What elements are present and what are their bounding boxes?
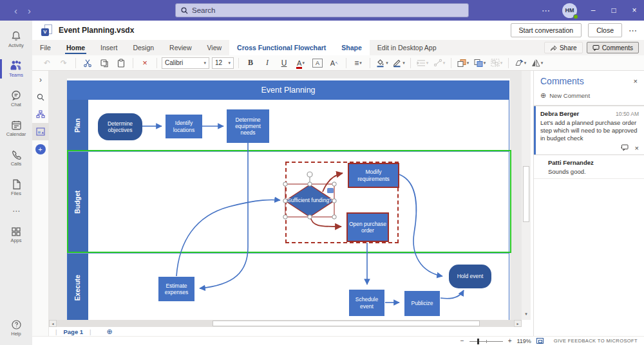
comments-close-icon[interactable]: ×	[634, 77, 638, 85]
rail-item-calendar[interactable]: Calendar	[0, 113, 32, 143]
paste-button[interactable]	[115, 57, 128, 70]
shape-estimate-expenses[interactable]: Estimate expenses	[158, 277, 194, 301]
undo-button[interactable]: ↶	[41, 57, 53, 70]
tab-design[interactable]: Design	[125, 40, 162, 55]
tab-shape[interactable]: Shape	[334, 40, 370, 55]
italic-button[interactable]: I	[261, 57, 274, 70]
auto-align-button[interactable]: ▾	[514, 57, 527, 70]
rail-item-activity[interactable]: Activity	[0, 24, 32, 54]
formatting-toolbar: ↶ ↷ × Calibri ▾ 12 ▾ B I U A ▾ A A↖	[32, 55, 644, 71]
zoom-slider-thumb[interactable]	[477, 339, 479, 344]
titlebar-more-icon[interactable]: ⋯	[542, 6, 551, 15]
tab-review[interactable]: Review	[162, 40, 199, 55]
share-button[interactable]: Share	[544, 42, 583, 53]
avatar[interactable]: HM	[562, 3, 577, 18]
diagram-parts-button[interactable]	[32, 106, 49, 123]
scroll-left-button[interactable]: ◂	[49, 320, 57, 327]
add-page-button[interactable]: ⊕	[107, 328, 113, 336]
flip-button[interactable]: ▾	[531, 57, 544, 70]
zoom-level[interactable]: 119%	[517, 338, 531, 344]
nav-back-icon[interactable]: ‹	[14, 5, 17, 16]
rail-item-files[interactable]: Files	[0, 172, 32, 202]
drawing-canvas[interactable]: Event Planning Plan Budget Execute	[49, 71, 522, 320]
vertical-scrollbar-thumb[interactable]	[523, 166, 529, 222]
fit-page-icon[interactable]	[536, 338, 544, 344]
rail-more-icon[interactable]: ⋯	[0, 202, 32, 220]
tab-home[interactable]: Home	[59, 40, 93, 55]
fill-color-button[interactable]: ▾	[375, 57, 388, 70]
comments-button[interactable]: Comments	[587, 42, 639, 53]
delete-comment-icon[interactable]: ×	[635, 144, 639, 152]
shape-determine-equipment-needs[interactable]: Determine equipment needs	[227, 109, 269, 143]
shape-identify-locations[interactable]: Identify locations	[166, 115, 202, 138]
shape-search-button[interactable]	[32, 88, 49, 106]
expand-panel-button[interactable]: ›	[32, 71, 49, 88]
align-button[interactable]: ≡▾	[352, 57, 365, 70]
comment-indicator-icon[interactable]	[327, 188, 334, 193]
zoom-in-button[interactable]: +	[508, 337, 512, 344]
rail-item-apps[interactable]: Apps	[0, 220, 32, 250]
flowchart-title[interactable]: Event Planning	[67, 80, 509, 100]
shape-publicize[interactable]: Publicize	[404, 291, 440, 316]
comment-card[interactable]: Debra Berger 10:50 AM Let's add a planne…	[534, 106, 644, 155]
shape-determine-objectives[interactable]: Determine objectives	[98, 113, 142, 140]
indent-button[interactable]: ▾	[416, 57, 429, 70]
scroll-right-button[interactable]: ▸	[514, 320, 522, 327]
send-backward-button[interactable]: ▾	[473, 57, 486, 70]
comment-card-reply[interactable]: Patti Fernandez Sounds good.	[534, 155, 644, 179]
maximize-button[interactable]: □	[609, 6, 618, 15]
cut-button[interactable]	[81, 57, 94, 70]
shape-modify-requirements[interactable]: Modify requirements	[348, 163, 399, 188]
scroll-down-button[interactable]: ▾	[522, 310, 531, 319]
start-conversation-button[interactable]: Start conversation	[511, 23, 582, 37]
shape-open-purchase-order[interactable]: Open purchase order	[346, 212, 389, 242]
send-backward-icon	[474, 59, 483, 67]
feedback-link[interactable]: GIVE FEEDBACK TO MICROSOFT	[554, 338, 638, 344]
comment-author: Debra Berger	[540, 110, 579, 117]
font-name-select[interactable]: Calibri ▾	[162, 57, 209, 69]
group-button[interactable]: ▾	[490, 57, 503, 70]
drawing-page[interactable]: Event Planning Plan Budget Execute	[67, 79, 510, 320]
shapes-panel-button[interactable]	[32, 123, 49, 140]
zoom-out-button[interactable]: −	[460, 337, 464, 344]
search-box[interactable]	[175, 3, 469, 17]
document-more-icon[interactable]: ⋯	[629, 26, 638, 35]
edit-in-desktop-app-button[interactable]: Edit in Desktop App	[370, 40, 444, 55]
font-color-button[interactable]: A ▾	[294, 57, 307, 70]
rail-item-calls[interactable]: Calls	[0, 143, 32, 172]
line-color-button[interactable]: ▾	[392, 57, 405, 70]
underline-button[interactable]: U	[278, 57, 290, 70]
new-comment-button[interactable]: ⊕ New Comment	[534, 89, 644, 106]
horizontal-scrollbar[interactable]: ◂ ▸	[49, 320, 522, 327]
rail-item-help[interactable]: Help	[0, 313, 32, 342]
nav-forward-icon[interactable]: ›	[28, 5, 31, 16]
add-shape-button[interactable]: +	[35, 144, 46, 154]
copy-button[interactable]	[98, 57, 111, 70]
delete-button[interactable]: ×	[138, 57, 151, 70]
minimize-button[interactable]: –	[589, 6, 598, 15]
bring-forward-button[interactable]: ▾	[457, 57, 469, 70]
rail-item-teams[interactable]: Teams	[0, 54, 32, 84]
text-highlight-button[interactable]: A	[311, 57, 324, 70]
close-document-button[interactable]: Close	[588, 23, 622, 37]
tab-cross-functional-flowchart[interactable]: Cross Functional Flowchart	[229, 40, 334, 55]
tab-view[interactable]: View	[200, 40, 230, 55]
grow-font-button[interactable]: A↖	[328, 57, 341, 70]
indent-icon	[417, 59, 426, 67]
vertical-scrollbar[interactable]: ▾	[522, 71, 531, 320]
rail-item-chat[interactable]: Chat	[0, 84, 32, 113]
horizontal-scrollbar-thumb[interactable]	[213, 321, 480, 326]
shape-schedule-event[interactable]: Schedule event	[349, 290, 384, 316]
page-tab[interactable]: Page 1	[63, 328, 83, 335]
tab-insert[interactable]: Insert	[93, 40, 125, 55]
font-size-select[interactable]: 12 ▾	[212, 57, 234, 69]
shape-hold-event[interactable]: Hold event	[449, 265, 491, 288]
bold-button[interactable]: B	[244, 57, 257, 70]
connector-button[interactable]: ▾	[433, 57, 446, 70]
close-window-button[interactable]: ×	[630, 6, 639, 15]
search-input[interactable]	[192, 6, 463, 14]
redo-button[interactable]: ↷	[57, 57, 70, 70]
zoom-slider[interactable]	[469, 338, 503, 344]
tab-file[interactable]: File	[32, 40, 59, 55]
reply-icon[interactable]	[620, 144, 629, 151]
